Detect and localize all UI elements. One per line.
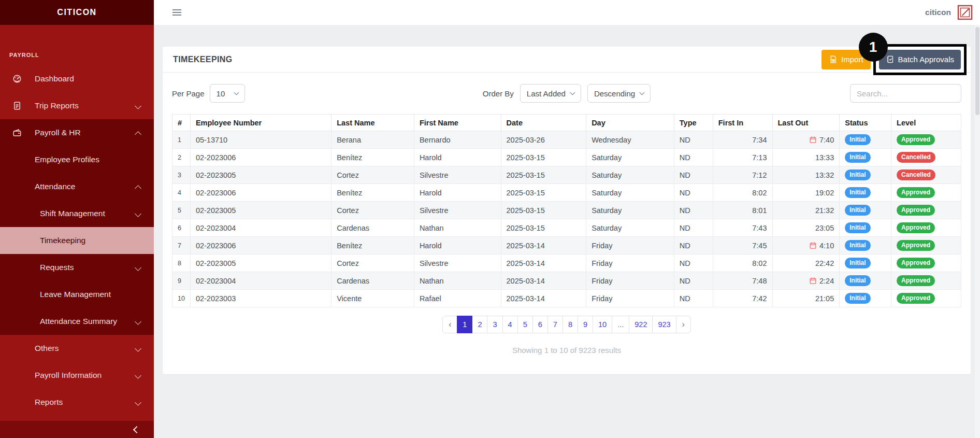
sidebar-item-label: Attendance Summary (0, 317, 117, 326)
sidebar-item-timekeeping[interactable]: Timekeeping (0, 227, 154, 254)
cell-row-number: 3 (172, 166, 191, 184)
chevron-down-icon (570, 90, 575, 95)
pagination-prev[interactable]: ‹ (442, 316, 457, 333)
cell-type: ND (674, 166, 713, 184)
sidebar-item-leave-management[interactable]: Leave Management (0, 281, 154, 308)
cell-last-out: 13:33 (772, 149, 840, 166)
order-by-field-select[interactable]: Last Added (520, 84, 581, 103)
sidebar-item-label: Trip Reports (0, 101, 79, 110)
cell-status: Initial (840, 202, 891, 219)
level-badge: Cancelled (897, 152, 935, 162)
cell-date: 2025-03-15 (501, 219, 586, 237)
table-row[interactable]: 502-2023005CortezSilvestre2025-03-15Satu… (172, 202, 961, 219)
timekeeping-table: #Employee NumberLast NameFirst NameDateD… (172, 114, 961, 307)
sidebar-item-payroll-hr[interactable]: Payroll & HR (0, 119, 154, 146)
pagination-page-922[interactable]: 922 (629, 316, 653, 333)
topbar-brand-text: citicon (925, 8, 951, 17)
pagination-next[interactable]: › (676, 316, 691, 333)
sidebar-item-employee-profiles[interactable]: Employee Profiles (0, 146, 154, 173)
status-badge: Initial (845, 134, 870, 145)
sidebar-item-attendance[interactable]: Attendance (0, 173, 154, 200)
sidebar-item-shift-management[interactable]: Shift Management (0, 200, 154, 227)
pagination-page-1[interactable]: 1 (457, 316, 472, 333)
document-icon (12, 101, 22, 110)
sidebar-item-trip-reports[interactable]: Trip Reports (0, 92, 154, 119)
per-page-select[interactable]: 10 (210, 84, 245, 103)
sidebar-collapse-button[interactable] (0, 421, 154, 438)
cell-level: Approved (891, 131, 961, 149)
pagination-page-5[interactable]: 5 (517, 316, 533, 333)
pagination-page-3[interactable]: 3 (487, 316, 502, 333)
table-row[interactable]: 202-2023006BenítezHarold2025-03-15Saturd… (172, 149, 961, 166)
scrollbar-thumb[interactable] (975, 27, 979, 115)
sidebar-item-others[interactable]: Others (0, 335, 154, 362)
pagination-page-8[interactable]: 8 (563, 316, 578, 333)
cell-row-number: 2 (172, 149, 191, 166)
batch-approvals-button[interactable]: Batch Approvals (879, 50, 961, 69)
chevron-down-icon (234, 90, 239, 95)
per-page-label: Per Page (172, 89, 205, 98)
hamburger-menu-icon[interactable] (172, 8, 182, 17)
cell-first-name: Nathan (414, 219, 501, 237)
column-header-day: Day (586, 115, 674, 131)
sidebar-item-payroll-information[interactable]: Payroll Information (0, 362, 154, 389)
import-file-icon (829, 55, 838, 64)
sidebar-item-dashboard[interactable]: Dashboard (0, 65, 154, 92)
sidebar-item-label: Leave Management (0, 290, 111, 299)
sidebar-nav: PAYROLL DashboardTrip ReportsPayroll & H… (0, 25, 154, 416)
cell-day: Saturday (586, 219, 674, 237)
cell-employee-number: 02-2023005 (190, 202, 331, 219)
pagination-page-4[interactable]: 4 (502, 316, 518, 333)
table-row[interactable]: 602-2023004CardenasNathan2025-03-15Satur… (172, 219, 961, 237)
table-row[interactable]: 302-2023005CortezSilvestre2025-03-15Satu… (172, 166, 961, 184)
table-row[interactable]: 902-2023004CardenasNathan2025-03-14Frida… (172, 272, 961, 290)
cell-last-name: Berana (332, 131, 414, 149)
search-input[interactable] (850, 84, 961, 103)
table-row[interactable]: 1002-2023003VicenteRafael2025-03-14Frida… (172, 290, 961, 307)
cell-day: Wednesday (586, 131, 674, 149)
pagination-page-923[interactable]: 923 (652, 316, 676, 333)
order-by-direction-select[interactable]: Descending (587, 84, 651, 103)
cell-first-name: Harold (414, 184, 501, 202)
pagination-page-10[interactable]: 10 (593, 316, 612, 333)
pagination-page-7[interactable]: 7 (547, 316, 563, 333)
sidebar-item-reports[interactable]: Reports (0, 389, 154, 416)
level-badge: Approved (897, 258, 935, 268)
table-row[interactable]: 802-2023005CortezSilvestre2025-03-14Frid… (172, 255, 961, 272)
pagination-page-2[interactable]: 2 (472, 316, 487, 333)
cell-status: Initial (840, 184, 891, 202)
pagination-page-9[interactable]: 9 (578, 316, 593, 333)
cell-first-name: Nathan (414, 272, 501, 290)
sidebar-item-label: Dashboard (0, 74, 74, 83)
level-badge: Cancelled (897, 169, 935, 180)
cell-day: Friday (586, 255, 674, 272)
status-badge: Initial (845, 187, 870, 197)
cell-type: ND (674, 184, 713, 202)
cell-row-number: 7 (172, 237, 191, 255)
level-badge: Approved (897, 293, 935, 303)
cell-date: 2025-03-15 (501, 166, 586, 184)
cell-employee-number: 02-2023004 (190, 272, 331, 290)
cell-type: ND (674, 272, 713, 290)
scrollbar[interactable] (974, 25, 980, 438)
column-header-employee-number: Employee Number (190, 115, 331, 131)
annotation-step-badge: 1 (859, 33, 888, 62)
table-row[interactable]: 105-13710BeranaBernardo2025-03-26Wednesd… (172, 131, 961, 149)
cell-last-out: 13:32 (772, 166, 840, 184)
cell-level: Approved (891, 290, 961, 307)
sidebar-item-label: Employee Profiles (0, 155, 99, 164)
cell-day: Saturday (586, 149, 674, 166)
cell-status: Initial (840, 131, 891, 149)
pagination-page-6[interactable]: 6 (532, 316, 548, 333)
sidebar-item-requests[interactable]: Requests (0, 254, 154, 281)
cell-level: Approved (891, 184, 961, 202)
wallet-icon (12, 128, 22, 137)
level-badge: Approved (897, 275, 935, 286)
sidebar-item-attendance-summary[interactable]: Attendance Summary (0, 308, 154, 335)
table-row[interactable]: 402-2023006BenítezHarold2025-03-15Saturd… (172, 184, 961, 202)
cell-last-out: 19:02 (772, 184, 840, 202)
chevron-down-icon (135, 103, 141, 109)
level-badge: Approved (897, 240, 935, 250)
sidebar-item-label: Timekeeping (0, 236, 85, 245)
table-row[interactable]: 702-2023006BenítezHarold2025-03-14Friday… (172, 237, 961, 255)
